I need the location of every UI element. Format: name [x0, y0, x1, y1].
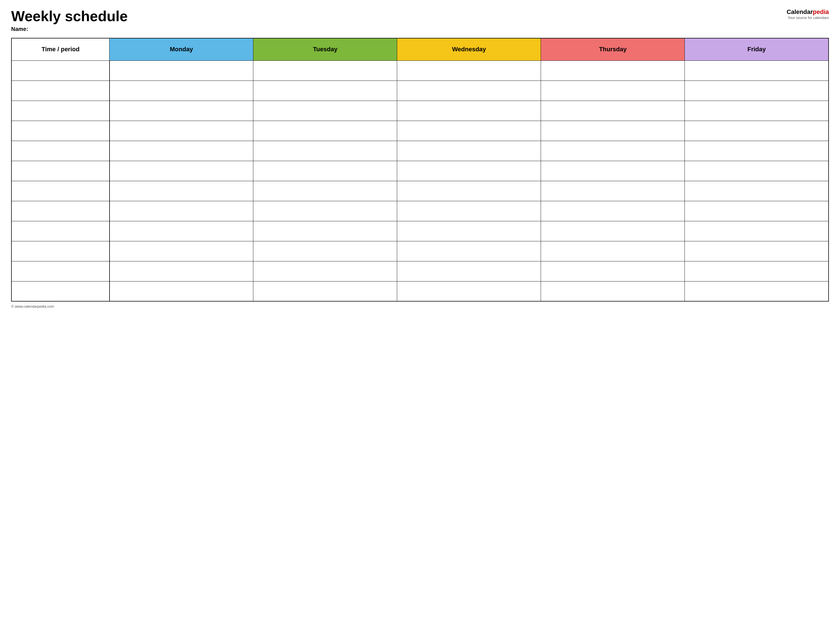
time-cell[interactable]	[11, 121, 109, 141]
logo-pedia: pedia	[813, 8, 829, 15]
col-header-monday: Monday	[109, 38, 253, 60]
col-header-thursday: Thursday	[541, 38, 685, 60]
table-header-row: Time / period Monday Tuesday Wednesday T…	[11, 38, 829, 60]
col-header-wednesday: Wednesday	[397, 38, 541, 60]
schedule-cell[interactable]	[541, 201, 685, 221]
time-cell[interactable]	[11, 241, 109, 261]
schedule-cell[interactable]	[397, 221, 541, 241]
schedule-cell[interactable]	[109, 121, 253, 141]
logo-subtitle: Your source for calendars	[788, 16, 829, 20]
schedule-cell[interactable]	[109, 181, 253, 201]
schedule-cell[interactable]	[253, 281, 397, 301]
schedule-cell[interactable]	[253, 201, 397, 221]
table-row	[11, 80, 829, 101]
schedule-cell[interactable]	[397, 161, 541, 181]
table-row	[11, 101, 829, 121]
schedule-cell[interactable]	[541, 281, 685, 301]
footer: © www.calendarpedia.com	[11, 304, 829, 309]
title-section: Weekly schedule Name:	[11, 8, 128, 32]
schedule-cell[interactable]	[109, 261, 253, 281]
footer-url: © www.calendarpedia.com	[11, 304, 54, 309]
time-cell[interactable]	[11, 161, 109, 181]
time-cell[interactable]	[11, 261, 109, 281]
schedule-cell[interactable]	[685, 121, 829, 141]
schedule-cell[interactable]	[685, 141, 829, 161]
schedule-cell[interactable]	[109, 60, 253, 80]
schedule-cell[interactable]	[253, 261, 397, 281]
table-row	[11, 181, 829, 201]
schedule-cell[interactable]	[685, 181, 829, 201]
logo-text: Calendarpedia	[786, 8, 829, 16]
schedule-cell[interactable]	[685, 201, 829, 221]
schedule-cell[interactable]	[397, 281, 541, 301]
schedule-cell[interactable]	[253, 141, 397, 161]
schedule-cell[interactable]	[685, 221, 829, 241]
schedule-cell[interactable]	[541, 221, 685, 241]
table-row	[11, 60, 829, 80]
col-header-time: Time / period	[11, 38, 109, 60]
schedule-cell[interactable]	[253, 60, 397, 80]
schedule-cell[interactable]	[685, 281, 829, 301]
schedule-cell[interactable]	[109, 101, 253, 121]
schedule-cell[interactable]	[397, 261, 541, 281]
schedule-cell[interactable]	[397, 181, 541, 201]
schedule-cell[interactable]	[109, 141, 253, 161]
time-cell[interactable]	[11, 141, 109, 161]
schedule-cell[interactable]	[541, 161, 685, 181]
table-row	[11, 281, 829, 301]
schedule-cell[interactable]	[541, 60, 685, 80]
table-row	[11, 201, 829, 221]
time-cell[interactable]	[11, 101, 109, 121]
schedule-cell[interactable]	[685, 241, 829, 261]
schedule-cell[interactable]	[685, 60, 829, 80]
schedule-cell[interactable]	[397, 80, 541, 101]
schedule-cell[interactable]	[397, 141, 541, 161]
schedule-cell[interactable]	[109, 221, 253, 241]
logo-calendar: Calendar	[786, 8, 813, 15]
schedule-cell[interactable]	[109, 281, 253, 301]
schedule-cell[interactable]	[109, 241, 253, 261]
time-cell[interactable]	[11, 281, 109, 301]
schedule-cell[interactable]	[397, 201, 541, 221]
schedule-cell[interactable]	[109, 80, 253, 101]
name-label: Name:	[11, 26, 128, 32]
table-row	[11, 141, 829, 161]
table-row	[11, 161, 829, 181]
time-cell[interactable]	[11, 80, 109, 101]
time-cell[interactable]	[11, 60, 109, 80]
schedule-cell[interactable]	[685, 101, 829, 121]
schedule-cell[interactable]	[253, 181, 397, 201]
table-row	[11, 261, 829, 281]
schedule-cell[interactable]	[541, 121, 685, 141]
schedule-cell[interactable]	[109, 161, 253, 181]
time-cell[interactable]	[11, 201, 109, 221]
schedule-cell[interactable]	[253, 241, 397, 261]
table-row	[11, 241, 829, 261]
schedule-cell[interactable]	[397, 60, 541, 80]
schedule-cell[interactable]	[397, 101, 541, 121]
schedule-cell[interactable]	[541, 181, 685, 201]
schedule-cell[interactable]	[253, 121, 397, 141]
schedule-cell[interactable]	[685, 80, 829, 101]
schedule-cell[interactable]	[253, 80, 397, 101]
schedule-cell[interactable]	[541, 80, 685, 101]
schedule-cell[interactable]	[253, 101, 397, 121]
schedule-cell[interactable]	[109, 201, 253, 221]
page-header: Weekly schedule Name: Calendarpedia Your…	[11, 8, 829, 32]
schedule-cell[interactable]	[541, 261, 685, 281]
schedule-cell[interactable]	[541, 141, 685, 161]
schedule-cell[interactable]	[253, 221, 397, 241]
schedule-cell[interactable]	[685, 161, 829, 181]
schedule-cell[interactable]	[541, 241, 685, 261]
schedule-cell[interactable]	[253, 161, 397, 181]
time-cell[interactable]	[11, 181, 109, 201]
page-title: Weekly schedule	[11, 8, 128, 24]
schedule-cell[interactable]	[685, 261, 829, 281]
schedule-table: Time / period Monday Tuesday Wednesday T…	[11, 38, 829, 301]
schedule-cell[interactable]	[397, 241, 541, 261]
schedule-cell[interactable]	[397, 121, 541, 141]
schedule-cell[interactable]	[541, 101, 685, 121]
time-cell[interactable]	[11, 221, 109, 241]
col-header-friday: Friday	[685, 38, 829, 60]
logo-section: Calendarpedia Your source for calendars	[786, 8, 829, 20]
